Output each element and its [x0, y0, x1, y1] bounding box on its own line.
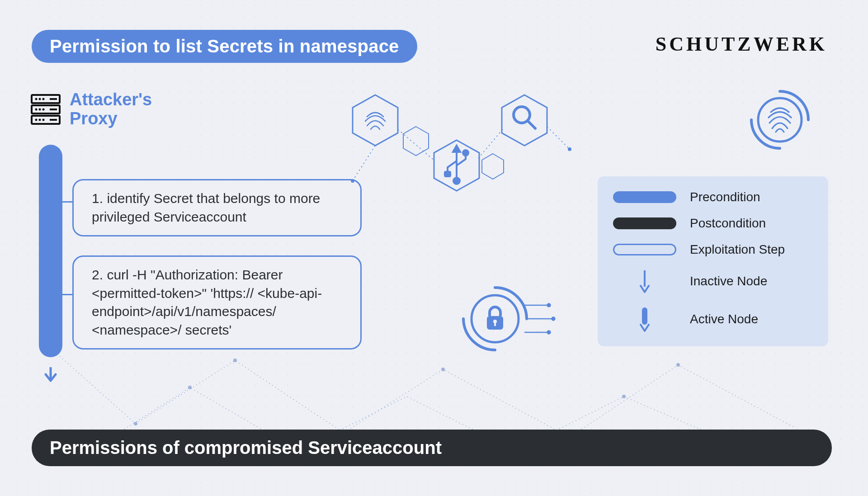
svg-line-34 [478, 129, 503, 158]
step-text: identify Secret that belongs to more pri… [92, 191, 320, 224]
svg-marker-32 [482, 154, 504, 179]
svg-marker-31 [403, 127, 429, 156]
legend-row-active: Active Node [613, 306, 813, 333]
svg-point-27 [758, 98, 802, 142]
exploitation-step-1: 1. identify Secret that belongs to more … [72, 179, 362, 236]
legend-row-postcondition: Postcondition [613, 216, 813, 231]
svg-rect-44 [445, 172, 450, 176]
postcondition-title-pill: Permissions of compromised Serviceaccoun… [32, 430, 832, 466]
legend-swatch-inactive [613, 269, 676, 294]
legend-row-inactive: Inactive Node [613, 269, 813, 294]
postcondition-title-text: Permissions of compromised Serviceaccoun… [50, 438, 442, 458]
svg-point-38 [568, 147, 571, 151]
step-number: 1. [92, 191, 103, 206]
svg-point-3 [441, 368, 445, 371]
svg-line-40 [528, 121, 535, 128]
connector-step-1 [51, 201, 72, 203]
brand-logo-text: SCHUTZWERK [656, 33, 827, 56]
legend-swatch-active [613, 306, 676, 333]
legend-label: Postcondition [690, 216, 766, 231]
hexagon-cluster-graphic [335, 86, 579, 213]
svg-point-19 [42, 108, 45, 110]
active-node-bar [39, 145, 62, 371]
fingerprint-badge-icon [746, 86, 814, 156]
svg-point-37 [351, 179, 354, 183]
svg-point-0 [134, 422, 137, 425]
svg-marker-43 [453, 146, 460, 152]
svg-line-35 [353, 146, 375, 181]
svg-point-22 [39, 118, 41, 121]
attacker-proxy-label: Attacker's Proxy [70, 90, 152, 128]
legend-panel: Precondition Postcondition Exploitation … [598, 176, 828, 346]
legend-row-exploitation: Exploitation Step [613, 242, 813, 257]
svg-point-5 [676, 363, 680, 367]
active-node-body [39, 145, 62, 357]
svg-rect-20 [50, 109, 57, 110]
arrow-down-icon [43, 367, 58, 383]
svg-point-14 [39, 98, 41, 100]
svg-rect-49 [494, 321, 496, 326]
svg-line-36 [547, 127, 570, 149]
step-text: curl -H "Authorization: Bearer <permitte… [92, 267, 322, 337]
precondition-title-text: Permission to list Secrets in namespace [50, 36, 399, 56]
svg-point-23 [42, 118, 45, 121]
server-icon [30, 93, 61, 126]
attacker-proxy-block: Attacker's Proxy [30, 90, 152, 128]
svg-point-15 [42, 98, 45, 100]
legend-swatch-postcondition [613, 217, 676, 229]
svg-point-6 [188, 386, 192, 389]
svg-point-55 [547, 331, 551, 334]
legend-swatch-precondition [613, 191, 676, 203]
legend-row-precondition: Precondition [613, 190, 813, 204]
step-number: 2. [92, 267, 103, 282]
svg-rect-16 [50, 98, 57, 100]
exploitation-step-2: 2. curl -H "Authorization: Bearer <permi… [72, 255, 362, 350]
svg-point-53 [552, 317, 555, 321]
svg-point-42 [453, 178, 460, 184]
legend-label: Active Node [690, 312, 758, 326]
svg-point-13 [35, 98, 38, 100]
svg-point-21 [35, 118, 38, 121]
svg-point-1 [233, 359, 237, 362]
svg-point-18 [39, 108, 41, 110]
svg-point-45 [463, 150, 468, 156]
lock-ring-icon [457, 280, 556, 359]
svg-marker-29 [502, 95, 547, 146]
legend-swatch-exploitation [613, 244, 676, 255]
svg-point-9 [622, 395, 626, 398]
svg-rect-24 [50, 119, 57, 121]
svg-point-51 [547, 304, 551, 307]
precondition-title-pill: Permission to list Secrets in namespace [32, 30, 417, 63]
legend-label: Precondition [690, 190, 760, 204]
legend-label: Exploitation Step [690, 242, 785, 257]
connector-step-2 [51, 294, 72, 295]
legend-label: Inactive Node [690, 274, 767, 288]
svg-point-17 [35, 108, 38, 110]
svg-rect-26 [642, 307, 647, 325]
